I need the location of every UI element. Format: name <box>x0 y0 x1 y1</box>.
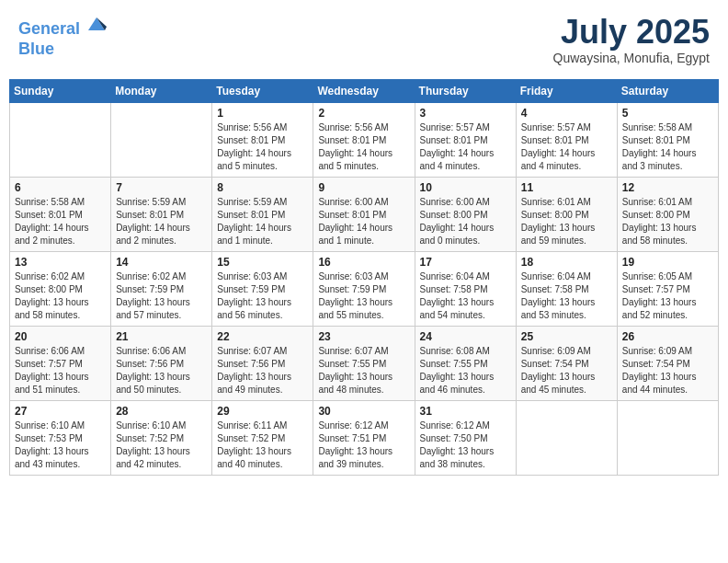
day-number: 9 <box>318 181 409 194</box>
calendar-cell: 18Sunrise: 6:04 AM Sunset: 7:58 PM Dayli… <box>516 251 617 326</box>
day-number: 19 <box>622 256 713 269</box>
day-number: 16 <box>318 256 409 269</box>
day-info: Sunrise: 5:57 AM Sunset: 8:01 PM Dayligh… <box>521 121 612 173</box>
calendar-cell: 17Sunrise: 6:04 AM Sunset: 7:58 PM Dayli… <box>415 251 516 326</box>
day-info: Sunrise: 6:06 AM Sunset: 7:57 PM Dayligh… <box>15 345 106 396</box>
calendar-cell: 22Sunrise: 6:07 AM Sunset: 7:56 PM Dayli… <box>212 326 313 400</box>
title-block: July 2025 Quwaysina, Monufia, Egypt <box>553 14 710 65</box>
weekday-header: Saturday <box>617 79 718 102</box>
day-number: 1 <box>217 107 308 120</box>
weekday-header: Wednesday <box>313 79 415 102</box>
day-number: 12 <box>622 181 713 194</box>
calendar-cell: 16Sunrise: 6:03 AM Sunset: 7:59 PM Dayli… <box>313 251 415 326</box>
day-number: 29 <box>217 405 308 418</box>
logo-icon <box>86 14 107 34</box>
calendar-cell: 1Sunrise: 5:56 AM Sunset: 8:01 PM Daylig… <box>212 102 313 177</box>
logo-general: General <box>18 19 80 38</box>
calendar-cell: 4Sunrise: 5:57 AM Sunset: 8:01 PM Daylig… <box>516 102 617 177</box>
day-number: 26 <box>622 330 713 343</box>
day-number: 20 <box>15 330 106 343</box>
calendar-week-row: 1Sunrise: 5:56 AM Sunset: 8:01 PM Daylig… <box>10 102 719 177</box>
calendar-header: SundayMondayTuesdayWednesdayThursdayFrid… <box>10 79 719 102</box>
calendar-week-row: 27Sunrise: 6:10 AM Sunset: 7:53 PM Dayli… <box>10 400 719 475</box>
day-number: 28 <box>116 405 207 418</box>
calendar-cell: 15Sunrise: 6:03 AM Sunset: 7:59 PM Dayli… <box>212 251 313 326</box>
day-info: Sunrise: 6:10 AM Sunset: 7:52 PM Dayligh… <box>116 419 207 471</box>
day-number: 10 <box>420 181 511 194</box>
day-info: Sunrise: 6:06 AM Sunset: 7:56 PM Dayligh… <box>116 345 207 396</box>
day-number: 23 <box>318 330 409 343</box>
day-number: 24 <box>420 330 511 343</box>
calendar-cell <box>617 400 718 475</box>
day-info: Sunrise: 6:00 AM Sunset: 8:01 PM Dayligh… <box>318 196 409 247</box>
day-number: 31 <box>420 405 511 418</box>
day-info: Sunrise: 6:01 AM Sunset: 8:00 PM Dayligh… <box>521 196 612 247</box>
day-info: Sunrise: 5:57 AM Sunset: 8:01 PM Dayligh… <box>420 121 511 173</box>
day-info: Sunrise: 6:10 AM Sunset: 7:53 PM Dayligh… <box>15 419 106 471</box>
day-info: Sunrise: 6:12 AM Sunset: 7:50 PM Dayligh… <box>420 419 511 471</box>
calendar-cell: 3Sunrise: 5:57 AM Sunset: 8:01 PM Daylig… <box>415 102 516 177</box>
calendar-week-row: 20Sunrise: 6:06 AM Sunset: 7:57 PM Dayli… <box>10 326 719 400</box>
calendar-table: SundayMondayTuesdayWednesdayThursdayFrid… <box>9 79 719 476</box>
logo: General Blue <box>18 14 107 59</box>
day-info: Sunrise: 6:02 AM Sunset: 7:59 PM Dayligh… <box>116 270 207 322</box>
day-info: Sunrise: 6:07 AM Sunset: 7:56 PM Dayligh… <box>217 345 308 396</box>
calendar-cell: 13Sunrise: 6:02 AM Sunset: 8:00 PM Dayli… <box>10 251 111 326</box>
calendar-cell: 24Sunrise: 6:08 AM Sunset: 7:55 PM Dayli… <box>415 326 516 400</box>
day-number: 17 <box>420 256 511 269</box>
day-number: 18 <box>521 256 612 269</box>
day-number: 25 <box>521 330 612 343</box>
day-info: Sunrise: 5:56 AM Sunset: 8:01 PM Dayligh… <box>217 121 308 173</box>
day-number: 5 <box>622 107 713 120</box>
weekday-header: Friday <box>516 79 617 102</box>
calendar-cell: 2Sunrise: 5:56 AM Sunset: 8:01 PM Daylig… <box>313 102 415 177</box>
day-info: Sunrise: 5:59 AM Sunset: 8:01 PM Dayligh… <box>116 196 207 247</box>
day-number: 21 <box>116 330 207 343</box>
weekday-header: Sunday <box>10 79 111 102</box>
day-number: 3 <box>420 107 511 120</box>
day-info: Sunrise: 6:04 AM Sunset: 7:58 PM Dayligh… <box>420 270 511 322</box>
month-title: July 2025 <box>553 14 710 51</box>
day-info: Sunrise: 6:03 AM Sunset: 7:59 PM Dayligh… <box>318 270 409 322</box>
day-number: 14 <box>116 256 207 269</box>
calendar-cell: 20Sunrise: 6:06 AM Sunset: 7:57 PM Dayli… <box>10 326 111 400</box>
day-number: 2 <box>318 107 409 120</box>
calendar-cell: 26Sunrise: 6:09 AM Sunset: 7:54 PM Dayli… <box>617 326 718 400</box>
day-info: Sunrise: 6:00 AM Sunset: 8:00 PM Dayligh… <box>420 196 511 247</box>
calendar-cell: 31Sunrise: 6:12 AM Sunset: 7:50 PM Dayli… <box>415 400 516 475</box>
day-number: 4 <box>521 107 612 120</box>
calendar-cell <box>10 102 111 177</box>
weekday-header: Monday <box>111 79 212 102</box>
day-info: Sunrise: 6:11 AM Sunset: 7:52 PM Dayligh… <box>217 419 308 471</box>
calendar-cell: 10Sunrise: 6:00 AM Sunset: 8:00 PM Dayli… <box>415 177 516 251</box>
day-info: Sunrise: 6:09 AM Sunset: 7:54 PM Dayligh… <box>622 345 713 396</box>
day-number: 11 <box>521 181 612 194</box>
day-info: Sunrise: 6:08 AM Sunset: 7:55 PM Dayligh… <box>420 345 511 396</box>
day-info: Sunrise: 6:03 AM Sunset: 7:59 PM Dayligh… <box>217 270 308 322</box>
calendar-cell: 14Sunrise: 6:02 AM Sunset: 7:59 PM Dayli… <box>111 251 212 326</box>
calendar-cell: 19Sunrise: 6:05 AM Sunset: 7:57 PM Dayli… <box>617 251 718 326</box>
logo-blue: Blue <box>18 40 107 60</box>
day-info: Sunrise: 5:56 AM Sunset: 8:01 PM Dayligh… <box>318 121 409 173</box>
day-info: Sunrise: 6:04 AM Sunset: 7:58 PM Dayligh… <box>521 270 612 322</box>
calendar-cell: 28Sunrise: 6:10 AM Sunset: 7:52 PM Dayli… <box>111 400 212 475</box>
page-header: General Blue July 2025 Quwaysina, Monufi… <box>9 9 719 70</box>
day-number: 13 <box>15 256 106 269</box>
calendar-cell: 30Sunrise: 6:12 AM Sunset: 7:51 PM Dayli… <box>313 400 415 475</box>
day-info: Sunrise: 6:09 AM Sunset: 7:54 PM Dayligh… <box>521 345 612 396</box>
day-number: 7 <box>116 181 207 194</box>
day-info: Sunrise: 5:59 AM Sunset: 8:01 PM Dayligh… <box>217 196 308 247</box>
day-number: 30 <box>318 405 409 418</box>
logo-text: General <box>18 14 107 40</box>
weekday-header: Thursday <box>415 79 516 102</box>
calendar-cell: 25Sunrise: 6:09 AM Sunset: 7:54 PM Dayli… <box>516 326 617 400</box>
day-number: 6 <box>15 181 106 194</box>
day-number: 15 <box>217 256 308 269</box>
calendar-cell: 23Sunrise: 6:07 AM Sunset: 7:55 PM Dayli… <box>313 326 415 400</box>
calendar-cell <box>516 400 617 475</box>
calendar-week-row: 13Sunrise: 6:02 AM Sunset: 8:00 PM Dayli… <box>10 251 719 326</box>
calendar-cell: 21Sunrise: 6:06 AM Sunset: 7:56 PM Dayli… <box>111 326 212 400</box>
calendar-cell: 12Sunrise: 6:01 AM Sunset: 8:00 PM Dayli… <box>617 177 718 251</box>
calendar-cell: 7Sunrise: 5:59 AM Sunset: 8:01 PM Daylig… <box>111 177 212 251</box>
day-number: 8 <box>217 181 308 194</box>
